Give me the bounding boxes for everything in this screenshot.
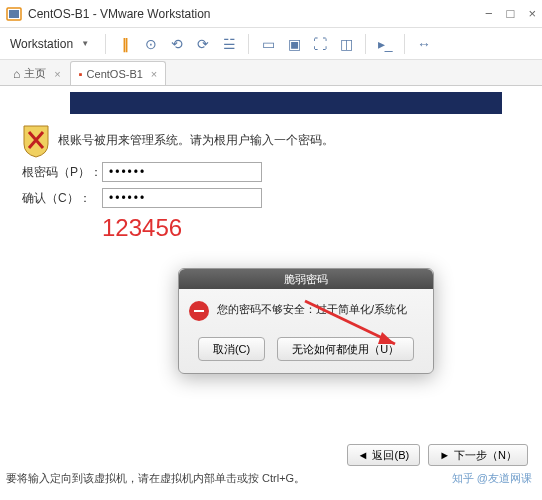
window-title: CentOS-B1 - VMware Workstation xyxy=(28,7,485,21)
dialog-title: 脆弱密码 xyxy=(179,269,433,289)
confirm-password-input[interactable] xyxy=(102,188,262,208)
maximize-button[interactable]: □ xyxy=(507,6,515,21)
weak-password-dialog: 脆弱密码 您的密码不够安全：过于简单化/系统化 取消(C) 无论如何都使用（U） xyxy=(178,268,434,374)
terminal-icon[interactable]: ▸_ xyxy=(374,33,396,55)
confirm-password-label: 确认（C）： xyxy=(22,190,102,207)
back-button[interactable]: ◄返回(B) xyxy=(347,444,421,466)
minimize-button[interactable]: − xyxy=(485,6,493,21)
installer-nav: ◄返回(B) ►下一步（N） xyxy=(347,444,528,466)
close-tab-icon[interactable]: × xyxy=(151,68,157,80)
vmware-icon xyxy=(6,6,22,22)
manage-icon[interactable]: ☱ xyxy=(218,33,240,55)
installer-banner xyxy=(70,92,502,114)
window-titlebar: CentOS-B1 - VMware Workstation − □ × xyxy=(0,0,542,28)
dialog-message: 您的密码不够安全：过于简单化/系统化 xyxy=(217,301,407,318)
console-icon[interactable]: ▣ xyxy=(283,33,305,55)
root-instruction: 根账号被用来管理系统。请为根用户输入一个密码。 xyxy=(58,132,334,149)
pause-icon[interactable]: ∥ xyxy=(114,33,136,55)
arrow-left-icon: ◄ xyxy=(358,449,369,461)
error-icon xyxy=(189,301,209,321)
use-anyway-button[interactable]: 无论如何都使用（U） xyxy=(277,337,414,361)
thumbnail-icon[interactable]: ▭ xyxy=(257,33,279,55)
workstation-menu[interactable]: Workstation xyxy=(6,35,77,53)
fullscreen-icon[interactable]: ⛶ xyxy=(309,33,331,55)
password-annotation: 123456 xyxy=(102,214,182,242)
tab-centos[interactable]: ▪ CentOS-B1 × xyxy=(70,61,167,85)
arrow-right-icon: ► xyxy=(439,449,450,461)
vm-tab-icon: ▪ xyxy=(79,68,83,80)
tab-home[interactable]: ⌂ 主页 × xyxy=(4,61,70,85)
next-button[interactable]: ►下一步（N） xyxy=(428,444,528,466)
confirm-password-row: 确认（C）： xyxy=(22,188,262,208)
root-password-label: 根密码（P）： xyxy=(22,164,102,181)
vm-display[interactable]: 根账号被用来管理系统。请为根用户输入一个密码。 根密码（P）： 确认（C）： 1… xyxy=(10,92,532,452)
svg-rect-1 xyxy=(9,10,19,18)
watermark: 知乎 @友道网课 xyxy=(452,471,532,486)
cancel-button[interactable]: 取消(C) xyxy=(198,337,265,361)
toolbar: Workstation ▼ ∥ ⊙ ⟲ ⟳ ☱ ▭ ▣ ⛶ ◫ ▸_ ↔ xyxy=(0,28,542,60)
root-password-input[interactable] xyxy=(102,162,262,182)
unity-icon[interactable]: ◫ xyxy=(335,33,357,55)
tab-bar: ⌂ 主页 × ▪ CentOS-B1 × xyxy=(0,60,542,86)
revert-icon[interactable]: ⟳ xyxy=(192,33,214,55)
home-icon: ⌂ xyxy=(13,67,20,81)
root-password-row: 根密码（P）： xyxy=(22,162,262,182)
close-button[interactable]: × xyxy=(528,6,536,21)
snapshot-icon[interactable]: ⊙ xyxy=(140,33,162,55)
stretch-icon[interactable]: ↔ xyxy=(413,33,435,55)
close-tab-icon[interactable]: × xyxy=(54,68,60,80)
clock-icon[interactable]: ⟲ xyxy=(166,33,188,55)
chevron-down-icon[interactable]: ▼ xyxy=(81,39,89,48)
shield-icon xyxy=(22,124,50,158)
